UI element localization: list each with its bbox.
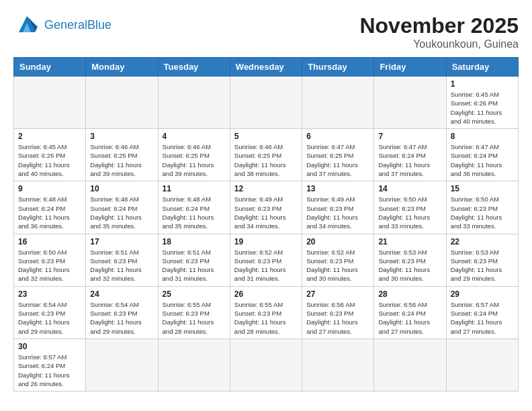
calendar-cell <box>302 338 374 391</box>
day-number: 30 <box>18 342 81 351</box>
day-number: 27 <box>306 289 369 299</box>
day-number: 6 <box>306 132 369 141</box>
calendar-cell <box>374 338 446 391</box>
cell-content: Sunrise: 6:51 AM Sunset: 6:23 PM Dayligh… <box>163 248 226 283</box>
calendar-cell: 10Sunrise: 6:48 AM Sunset: 6:24 PM Dayli… <box>86 181 158 234</box>
cell-content: Sunrise: 6:52 AM Sunset: 6:23 PM Dayligh… <box>234 248 298 283</box>
calendar-cell: 8Sunrise: 6:47 AM Sunset: 6:24 PM Daylig… <box>446 129 518 181</box>
calendar-cell: 15Sunrise: 6:50 AM Sunset: 6:23 PM Dayli… <box>446 181 518 234</box>
weekday-header-sunday: Sunday <box>14 58 86 77</box>
day-number: 1 <box>451 79 514 89</box>
calendar-cell: 28Sunrise: 6:56 AM Sunset: 6:24 PM Dayli… <box>374 286 446 338</box>
calendar-cell: 18Sunrise: 6:51 AM Sunset: 6:23 PM Dayli… <box>158 234 230 286</box>
cell-content: Sunrise: 6:48 AM Sunset: 6:24 PM Dayligh… <box>163 195 226 230</box>
cell-content: Sunrise: 6:49 AM Sunset: 6:23 PM Dayligh… <box>306 195 369 230</box>
calendar-cell: 19Sunrise: 6:52 AM Sunset: 6:23 PM Dayli… <box>230 234 302 286</box>
calendar-cell: 21Sunrise: 6:53 AM Sunset: 6:23 PM Dayli… <box>374 234 446 286</box>
cell-content: Sunrise: 6:47 AM Sunset: 6:24 PM Dayligh… <box>451 142 514 178</box>
calendar-week-5: 23Sunrise: 6:54 AM Sunset: 6:23 PM Dayli… <box>14 286 519 338</box>
calendar-cell: 24Sunrise: 6:54 AM Sunset: 6:23 PM Dayli… <box>86 286 158 338</box>
calendar-week-2: 2Sunrise: 6:45 AM Sunset: 6:26 PM Daylig… <box>14 129 519 181</box>
calendar-cell <box>230 77 302 129</box>
logo-icon <box>13 13 40 38</box>
calendar-cell <box>14 77 86 129</box>
calendar-cell: 2Sunrise: 6:45 AM Sunset: 6:26 PM Daylig… <box>14 129 86 181</box>
cell-content: Sunrise: 6:52 AM Sunset: 6:23 PM Dayligh… <box>306 248 369 283</box>
day-number: 16 <box>18 237 81 246</box>
calendar-cell: 22Sunrise: 6:53 AM Sunset: 6:23 PM Dayli… <box>446 234 518 286</box>
weekday-header-thursday: Thursday <box>302 58 374 77</box>
day-number: 11 <box>163 184 226 193</box>
calendar-cell: 1Sunrise: 6:45 AM Sunset: 6:26 PM Daylig… <box>446 77 518 129</box>
day-number: 8 <box>451 132 514 141</box>
day-number: 2 <box>18 132 81 141</box>
calendar-cell <box>446 338 518 391</box>
cell-content: Sunrise: 6:47 AM Sunset: 6:24 PM Dayligh… <box>378 142 441 178</box>
calendar-cell <box>302 77 374 129</box>
month-title: November 2025 <box>359 13 519 38</box>
logo-general: General <box>44 18 87 32</box>
calendar-cell <box>86 77 158 129</box>
calendar-week-3: 9Sunrise: 6:48 AM Sunset: 6:24 PM Daylig… <box>14 181 519 234</box>
day-number: 18 <box>163 237 226 246</box>
cell-content: Sunrise: 6:53 AM Sunset: 6:23 PM Dayligh… <box>378 248 441 283</box>
weekday-header-monday: Monday <box>86 58 158 77</box>
cell-content: Sunrise: 6:55 AM Sunset: 6:23 PM Dayligh… <box>234 300 298 336</box>
cell-content: Sunrise: 6:45 AM Sunset: 6:26 PM Dayligh… <box>451 90 514 126</box>
cell-content: Sunrise: 6:48 AM Sunset: 6:24 PM Dayligh… <box>18 195 81 230</box>
cell-content: Sunrise: 6:50 AM Sunset: 6:23 PM Dayligh… <box>378 195 441 230</box>
day-number: 5 <box>234 132 298 141</box>
calendar-cell: 3Sunrise: 6:46 AM Sunset: 6:25 PM Daylig… <box>86 129 158 181</box>
cell-content: Sunrise: 6:51 AM Sunset: 6:23 PM Dayligh… <box>90 248 153 283</box>
cell-content: Sunrise: 6:53 AM Sunset: 6:23 PM Dayligh… <box>451 248 514 283</box>
day-number: 12 <box>234 184 298 193</box>
cell-content: Sunrise: 6:56 AM Sunset: 6:23 PM Dayligh… <box>306 300 369 336</box>
title-block: November 2025 Youkounkoun, Guinea <box>359 13 519 50</box>
day-number: 25 <box>163 289 226 299</box>
day-number: 10 <box>90 184 153 193</box>
cell-content: Sunrise: 6:46 AM Sunset: 6:25 PM Dayligh… <box>234 142 298 178</box>
calendar-cell: 4Sunrise: 6:46 AM Sunset: 6:25 PM Daylig… <box>158 129 230 181</box>
calendar-cell: 9Sunrise: 6:48 AM Sunset: 6:24 PM Daylig… <box>14 181 86 234</box>
day-number: 9 <box>18 184 81 193</box>
logo-blue: Blue <box>87 18 112 32</box>
calendar-cell <box>230 338 302 391</box>
cell-content: Sunrise: 6:49 AM Sunset: 6:23 PM Dayligh… <box>234 195 298 230</box>
calendar-cell: 27Sunrise: 6:56 AM Sunset: 6:23 PM Dayli… <box>302 286 374 338</box>
weekday-header-row: SundayMondayTuesdayWednesdayThursdayFrid… <box>14 58 519 77</box>
day-number: 28 <box>378 289 441 299</box>
calendar-week-1: 1Sunrise: 6:45 AM Sunset: 6:26 PM Daylig… <box>14 77 519 129</box>
calendar-cell: 7Sunrise: 6:47 AM Sunset: 6:24 PM Daylig… <box>374 129 446 181</box>
page-header: GeneralBlue November 2025 Youkounkoun, G… <box>13 13 519 50</box>
cell-content: Sunrise: 6:50 AM Sunset: 6:23 PM Dayligh… <box>451 195 514 230</box>
day-number: 24 <box>90 289 153 299</box>
weekday-header-saturday: Saturday <box>446 58 518 77</box>
calendar-cell: 11Sunrise: 6:48 AM Sunset: 6:24 PM Dayli… <box>158 181 230 234</box>
cell-content: Sunrise: 6:57 AM Sunset: 6:24 PM Dayligh… <box>451 300 514 336</box>
cell-content: Sunrise: 6:45 AM Sunset: 6:26 PM Dayligh… <box>18 142 81 178</box>
logo-text: GeneralBlue <box>44 19 112 32</box>
day-number: 26 <box>234 289 298 299</box>
cell-content: Sunrise: 6:48 AM Sunset: 6:24 PM Dayligh… <box>90 195 153 230</box>
day-number: 15 <box>451 184 514 193</box>
location-title: Youkounkoun, Guinea <box>359 38 519 50</box>
calendar-cell <box>158 338 230 391</box>
cell-content: Sunrise: 6:54 AM Sunset: 6:23 PM Dayligh… <box>90 300 153 336</box>
day-number: 19 <box>234 237 298 246</box>
day-number: 23 <box>18 289 81 299</box>
calendar-cell <box>374 77 446 129</box>
calendar-cell: 29Sunrise: 6:57 AM Sunset: 6:24 PM Dayli… <box>446 286 518 338</box>
calendar-week-6: 30Sunrise: 6:57 AM Sunset: 6:24 PM Dayli… <box>14 338 519 391</box>
calendar-cell: 5Sunrise: 6:46 AM Sunset: 6:25 PM Daylig… <box>230 129 302 181</box>
calendar-cell: 17Sunrise: 6:51 AM Sunset: 6:23 PM Dayli… <box>86 234 158 286</box>
calendar-cell <box>158 77 230 129</box>
day-number: 22 <box>451 237 514 246</box>
day-number: 29 <box>451 289 514 299</box>
calendar-table: SundayMondayTuesdayWednesdayThursdayFrid… <box>13 57 519 392</box>
calendar-cell: 14Sunrise: 6:50 AM Sunset: 6:23 PM Dayli… <box>374 181 446 234</box>
day-number: 13 <box>306 184 369 193</box>
cell-content: Sunrise: 6:56 AM Sunset: 6:24 PM Dayligh… <box>378 300 441 336</box>
calendar-week-4: 16Sunrise: 6:50 AM Sunset: 6:23 PM Dayli… <box>14 234 519 286</box>
weekday-header-tuesday: Tuesday <box>158 58 230 77</box>
calendar-cell: 26Sunrise: 6:55 AM Sunset: 6:23 PM Dayli… <box>230 286 302 338</box>
